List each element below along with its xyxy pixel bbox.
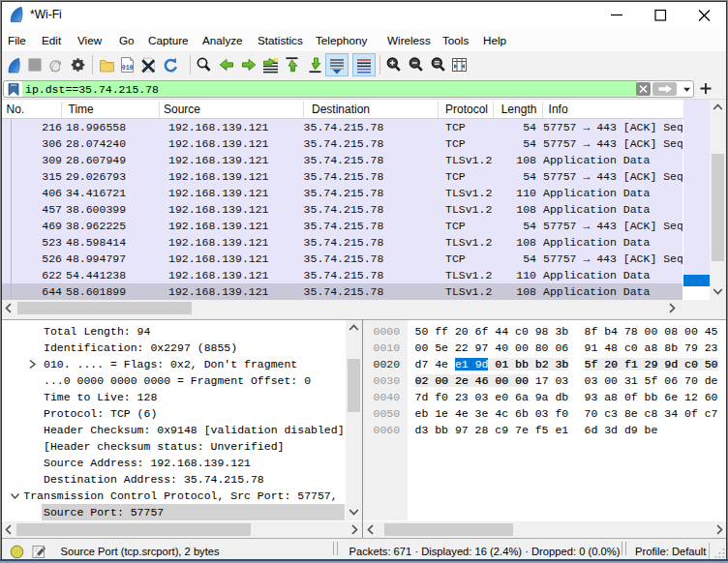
svg-text:010: 010 bbox=[122, 65, 134, 72]
